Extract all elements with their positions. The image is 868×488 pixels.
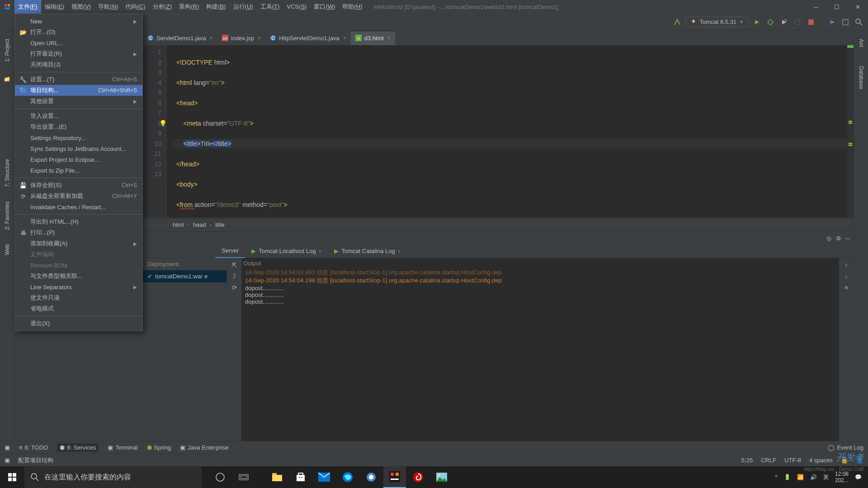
image-app-icon[interactable] — [430, 466, 453, 488]
clock[interactable]: 12:08 202... — [835, 471, 849, 483]
update-button[interactable] — [826, 17, 837, 28]
menubar-item[interactable]: 视图(V) — [68, 0, 94, 14]
close-tab-icon[interactable]: × — [210, 35, 213, 41]
breadcrumb-item[interactable]: head — [193, 221, 206, 228]
menu-item[interactable]: Settings Repository... — [15, 132, 142, 143]
spring-tab[interactable]: ⬢Spring — [147, 444, 171, 451]
menubar-item[interactable]: 工具(T) — [257, 0, 283, 14]
up-icon[interactable]: ↑ — [845, 262, 848, 268]
stop-button[interactable] — [806, 17, 816, 28]
menubar-item[interactable]: VCS(S) — [283, 0, 310, 14]
tray-expand-icon[interactable]: ^ — [775, 474, 778, 480]
editor-tab[interactable]: JSPindex.jsp× — [217, 32, 265, 45]
breadcrumb-item[interactable]: html — [173, 221, 184, 228]
refresh-icon[interactable]: ⟳ — [232, 284, 237, 291]
services-tab[interactable]: ⬢8: Services — [57, 443, 99, 452]
database-tool-tab[interactable]: Database — [857, 63, 865, 92]
search-input[interactable]: 在这里输入你要搜索的内容 — [24, 466, 202, 488]
todo-tab[interactable]: ≡6: TODO — [19, 444, 48, 451]
menubar-item[interactable]: 重构(R) — [175, 0, 203, 14]
search-icon[interactable] — [854, 17, 864, 28]
run-config-selector[interactable]: Tomcat 8.5.31 ▼ — [685, 17, 749, 27]
code-area[interactable]: <!DOCTYPE html> <html lang="en"> <head> … — [173, 45, 854, 218]
menu-item[interactable]: 导出到 HTML...(H) — [15, 216, 142, 227]
menu-item[interactable]: Line Separators▶ — [15, 282, 142, 292]
close-button[interactable]: ✕ — [847, 0, 868, 14]
menu-item[interactable]: 与文件类型相关联... — [15, 271, 142, 282]
netease-icon[interactable] — [407, 466, 429, 488]
menu-item[interactable]: ⟳从磁盘全部重新加载Ctrl+Alt+Y — [15, 191, 142, 202]
menu-item[interactable]: Invalidate Caches / Restart... — [15, 202, 142, 212]
profile-button[interactable] — [792, 17, 803, 28]
output-console[interactable]: Output 14-Sep-2020 14:54:03.993 信息 [loca… — [241, 258, 839, 463]
target-icon[interactable]: ◎ — [826, 235, 831, 242]
menubar-item[interactable]: 文件(F) — [14, 0, 41, 14]
menu-item[interactable]: 退出(X) — [15, 318, 142, 329]
tool-window-icon[interactable]: ▣ — [5, 444, 10, 451]
minimap[interactable] — [847, 45, 854, 218]
menu-item[interactable]: 项目结构...Ctrl+Alt+Shift+S — [15, 85, 142, 96]
debug-button[interactable] — [765, 17, 776, 28]
mail-icon[interactable] — [313, 466, 335, 488]
project-tool-tab[interactable]: 1: Project — [3, 36, 11, 65]
battery-icon[interactable]: 🔋 — [784, 474, 791, 480]
ant-tool-tab[interactable]: Ant — [857, 36, 865, 50]
menu-item[interactable]: 导入设置... — [15, 111, 142, 122]
breadcrumb-item[interactable]: title — [215, 221, 224, 228]
ime-indicator[interactable]: 英 — [823, 474, 829, 481]
deployment-item[interactable]: ✔ tomcatDemo1:war e — [143, 270, 226, 282]
menubar-item[interactable]: 窗口(W) — [310, 0, 339, 14]
menu-item[interactable]: 其他设置▶ — [15, 96, 142, 107]
cortana-icon[interactable] — [209, 466, 231, 488]
menu-item[interactable]: Open URL... — [15, 38, 142, 48]
menubar-item[interactable]: 导航(N) — [94, 0, 122, 14]
menu-item[interactable]: Export to Zip File... — [15, 165, 142, 176]
coverage-button[interactable] — [778, 17, 789, 28]
panel-tab[interactable]: ▶ Tomcat Catalina Log× — [328, 244, 407, 258]
caret-position[interactable]: 5:25 — [741, 457, 753, 464]
panel-tab[interactable]: ▶ Tomcat Localhost Log× — [245, 244, 328, 258]
menu-item[interactable]: New▶ — [15, 16, 142, 27]
line-separator[interactable]: CRLF — [761, 457, 776, 464]
structure-tool-tab[interactable]: 7: Structure — [3, 156, 11, 190]
editor[interactable]: 12345678910111213 <!DOCTYPE html> <html … — [143, 45, 854, 218]
close-tab-icon[interactable]: × — [343, 35, 346, 41]
favorites-tool-tab[interactable]: 2: Favorites — [3, 199, 11, 233]
menu-item[interactable]: 📂打开...(O) — [15, 27, 142, 38]
minimize-button[interactable]: ─ — [806, 0, 826, 14]
volume-icon[interactable]: 🔊 — [810, 474, 817, 480]
panel-tab[interactable]: Server — [215, 244, 245, 258]
link-icon[interactable]: ⇱ — [232, 262, 237, 268]
web-tool-tab[interactable]: Web — [3, 241, 11, 258]
editor-tab[interactable]: CServletDemo1.java× — [143, 32, 217, 45]
menu-item[interactable]: 💾保存全部(S)Ctrl+S — [15, 180, 142, 191]
menubar-item[interactable]: 分析(Z) — [149, 0, 176, 14]
editor-tab[interactable]: Hd3.html× — [351, 32, 395, 45]
editor-tab[interactable]: CHttpServletDemo1.java× — [265, 32, 351, 45]
menubar-item[interactable]: 编辑(E) — [41, 0, 68, 14]
menu-item[interactable]: Export Project to Eclipse... — [15, 154, 142, 165]
down-icon[interactable]: ↓ — [845, 273, 848, 280]
intellij-taskbar-icon[interactable] — [383, 466, 406, 488]
store-icon[interactable] — [289, 466, 312, 488]
status-icon[interactable]: ▣ — [5, 457, 10, 464]
menubar-item[interactable]: 构建(B) — [203, 0, 229, 14]
ide-settings-icon[interactable] — [840, 17, 851, 28]
build-icon[interactable] — [672, 17, 683, 28]
close-tab-icon[interactable]: × — [387, 35, 391, 41]
folder-icon[interactable]: 📁 — [3, 74, 11, 86]
maximize-button[interactable]: ☐ — [826, 0, 847, 14]
wrap-icon[interactable]: ≡ — [844, 284, 848, 291]
java-enterprise-tab[interactable]: ▣Java Enterprise — [180, 444, 228, 451]
explorer-icon[interactable] — [266, 466, 288, 488]
file-encoding[interactable]: UTF-8 — [784, 457, 801, 464]
cortana-app-icon[interactable] — [360, 466, 382, 488]
close-tab-icon[interactable]: × — [258, 35, 261, 41]
terminal-tab[interactable]: ▣Terminal — [108, 444, 137, 451]
start-button[interactable] — [0, 466, 24, 488]
menu-item[interactable]: 省电模式 — [15, 303, 142, 314]
menu-item[interactable]: 使文件只读 — [15, 292, 142, 303]
gear-icon[interactable]: ⚙ — [836, 235, 841, 242]
menu-item[interactable]: 🔧设置...(T)Ctrl+Alt+S — [15, 74, 142, 85]
minimize-panel-icon[interactable]: ─ — [846, 235, 850, 242]
